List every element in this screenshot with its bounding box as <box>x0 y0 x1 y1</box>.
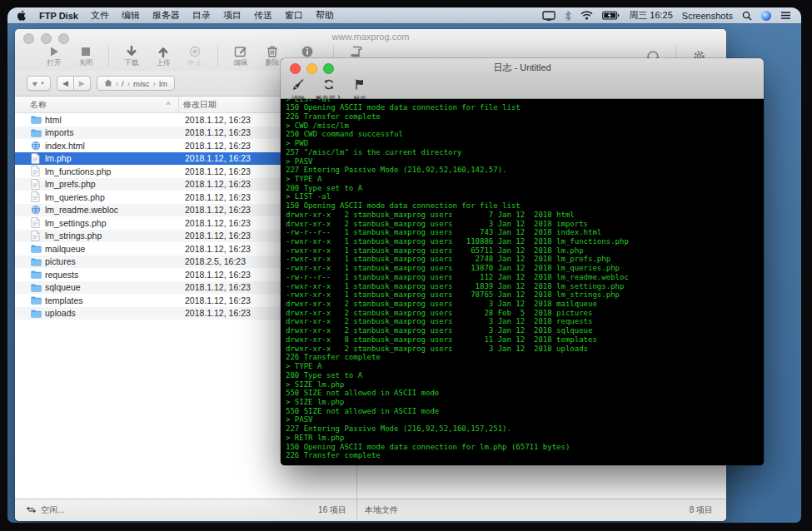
apple-icon[interactable] <box>17 10 27 21</box>
php-file-icon <box>31 231 45 241</box>
menubar-app-name[interactable]: FTP Disk <box>39 11 78 21</box>
menubar-item[interactable]: 帮助 <box>316 9 334 22</box>
menubar-menus: 文件编辑服务器目录项目传送窗口帮助 <box>91 9 334 22</box>
log-toolbar: 清除 重新装入 标志 <box>281 77 764 99</box>
terminal-view[interactable]: > LIST -al 150 Opening ASCII mode data c… <box>281 99 764 465</box>
trash-icon <box>267 45 278 58</box>
info-icon <box>301 45 314 58</box>
file-modified-date: 2018.1.12, 16:23 <box>185 179 251 189</box>
wifi-icon[interactable] <box>580 11 593 20</box>
download-button[interactable]: 下载 <box>116 45 147 68</box>
menubar-status-app[interactable]: Screenshots <box>682 11 733 21</box>
abort-circle-icon <box>188 45 202 58</box>
menubar-item[interactable]: 编辑 <box>122 9 140 22</box>
webloc-icon <box>31 141 45 151</box>
local-files-label: 本地文件 <box>365 504 398 516</box>
folder-icon <box>31 115 45 124</box>
file-name: templates <box>45 295 185 305</box>
breadcrumb-root[interactable]: / <box>122 79 124 88</box>
ftp-titlebar[interactable]: www.maxprog.com <box>15 29 726 44</box>
folder-icon <box>31 128 45 137</box>
upload-arrow-icon <box>157 45 170 58</box>
log-window-title: 日志 - Untitled <box>281 58 764 77</box>
log-titlebar[interactable]: 日志 - Untitled <box>281 58 764 77</box>
file-name: mailqueue <box>45 244 185 254</box>
column-header-name[interactable]: 名称 <box>15 99 167 111</box>
siri-icon[interactable] <box>761 11 771 21</box>
file-modified-date: 2018.1.12, 16:23 <box>185 127 251 137</box>
column-header-date[interactable]: 修改日期 <box>183 99 217 111</box>
chevron-down-icon: ▼ <box>40 81 45 86</box>
back-button[interactable]: ◀ <box>57 76 74 91</box>
home-icon[interactable] <box>104 79 112 88</box>
menu-bar: FTP Disk 文件编辑服务器目录项目传送窗口帮助 周三 16:25 Scre… <box>7 7 801 23</box>
file-modified-date: 2018.1.12, 16:23 <box>185 295 251 305</box>
stop-square-icon <box>79 45 92 58</box>
file-name: pictures <box>45 256 185 266</box>
flag-icon <box>355 78 365 93</box>
webloc-icon <box>31 205 45 215</box>
log-window: 日志 - Untitled 清除 重新装入 标志 > LIST -al 150 … <box>281 58 764 465</box>
file-name: html <box>45 115 185 125</box>
folder-icon <box>31 295 45 305</box>
breadcrumb-misc[interactable]: misc <box>133 79 150 88</box>
file-name: lm_queries.php <box>45 192 185 202</box>
forward-button[interactable]: ▶ <box>74 76 91 91</box>
toolbar-divider <box>108 46 109 67</box>
php-file-icon <box>31 166 45 176</box>
close-button[interactable]: 关闭 <box>70 45 102 68</box>
file-name: imports <box>45 127 185 137</box>
zoom-window-button[interactable] <box>323 63 334 74</box>
edit-button[interactable]: 编辑 <box>225 45 257 68</box>
close-window-button[interactable] <box>23 33 34 44</box>
file-name: lm_strings.php <box>45 231 185 241</box>
search-icon[interactable] <box>742 11 752 21</box>
zoom-window-button[interactable] <box>58 33 69 44</box>
sort-ascending-icon[interactable]: ^ <box>167 101 178 109</box>
toolbar-divider <box>217 46 218 67</box>
file-modified-date: 2018.1.12, 16:23 <box>185 166 251 176</box>
file-modified-date: 2018.1.12, 16:23 <box>185 115 251 125</box>
ftp-window-title: www.maxprog.com <box>15 29 726 45</box>
abort-button: 中止 <box>179 45 211 68</box>
menubar-clock[interactable]: 周三 16:25 <box>629 9 673 22</box>
pane-divider[interactable] <box>356 499 357 521</box>
file-modified-date: 2018.1.12, 16:23 <box>185 244 251 254</box>
php-file-icon <box>31 217 45 228</box>
menubar-item[interactable]: 文件 <box>91 9 109 22</box>
folder-icon <box>31 283 45 292</box>
file-modified-date: 2018.1.12, 16:23 <box>185 231 251 241</box>
menubar-item[interactable]: 服务器 <box>152 9 180 22</box>
close-window-button[interactable] <box>290 63 301 74</box>
refresh-icon <box>323 78 335 93</box>
folder-icon <box>31 257 45 266</box>
file-modified-date: 2018.1.12, 16:23 <box>185 192 251 202</box>
menubar-item[interactable]: 目录 <box>192 9 211 22</box>
file-name: uploads <box>45 308 185 318</box>
minimize-window-button[interactable] <box>306 63 317 74</box>
menubar-item[interactable]: 窗口 <box>285 9 303 22</box>
heart-icon: ♥ <box>32 79 37 88</box>
play-icon <box>47 45 61 58</box>
minimize-window-button[interactable] <box>41 33 52 44</box>
favorites-button[interactable]: ♥ ▼ <box>27 76 51 91</box>
breadcrumb-lm[interactable]: lm <box>159 79 167 88</box>
local-item-count: 8 项目 <box>690 504 713 516</box>
menubar-item[interactable]: 传送 <box>254 9 272 22</box>
menubar-item[interactable]: 项目 <box>223 9 242 22</box>
battery-charging-icon[interactable] <box>602 11 620 20</box>
notification-center-icon[interactable] <box>780 11 791 20</box>
bluetooth-icon[interactable] <box>565 11 571 21</box>
upload-button[interactable]: 上传 <box>147 45 179 68</box>
file-modified-date: 2018.1.12, 16:23 <box>185 153 251 163</box>
php-file-icon <box>31 179 45 190</box>
forward-arrow-icon: ▶ <box>79 79 85 87</box>
edit-pencil-icon <box>234 45 248 58</box>
open-button[interactable]: 打开 <box>38 45 70 68</box>
file-name: lm_functions.php <box>45 166 185 176</box>
transfers-icon <box>26 506 37 515</box>
display-mirroring-icon[interactable] <box>542 11 555 21</box>
file-modified-date: 2018.1.12, 16:23 <box>185 218 251 228</box>
folder-icon <box>31 309 45 318</box>
broom-icon <box>292 78 304 93</box>
